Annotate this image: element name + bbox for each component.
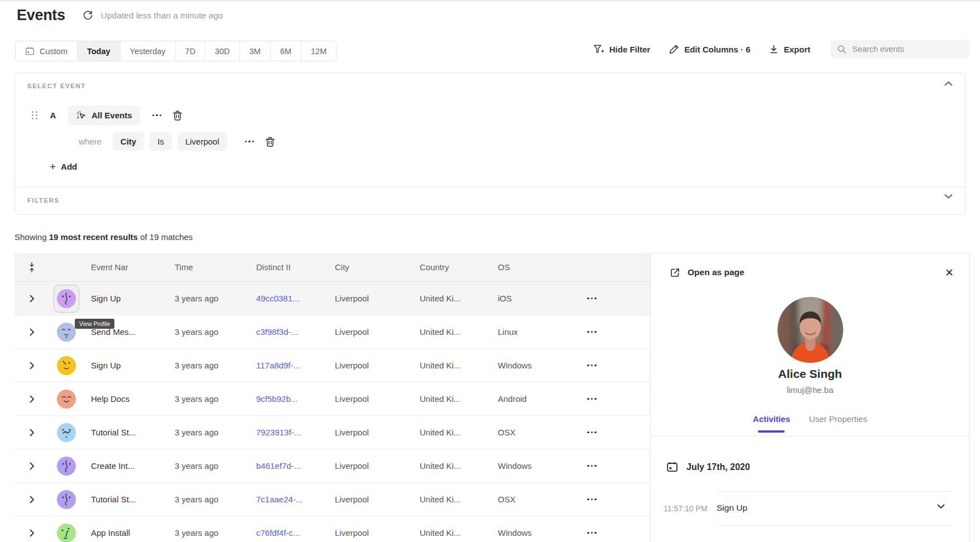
tab-today[interactable]: Today <box>77 41 120 61</box>
search-input[interactable] <box>852 45 953 54</box>
more-icon[interactable] <box>150 112 164 119</box>
add-label: Add <box>61 162 77 171</box>
chevron-down-icon[interactable] <box>944 194 953 199</box>
event-name: Create Int... <box>84 461 173 471</box>
distinct-id-link[interactable]: 49cc0381... <box>256 294 300 303</box>
distinct-id-link[interactable]: 117a8d9f-... <box>256 361 300 370</box>
more-icon[interactable] <box>585 395 599 404</box>
filters-label: FILTERS <box>27 197 60 204</box>
table-row[interactable]: Create Int... 3 years ago b461ef7d-... L… <box>15 449 650 483</box>
distinct-id-link[interactable]: c76fdf4f-c... <box>256 528 300 538</box>
avatar[interactable] <box>57 289 76 308</box>
table-row[interactable]: Sign Up 3 years ago 49cc0381... Liverpoo… <box>15 282 650 315</box>
tab-7d[interactable]: 7D <box>175 41 205 61</box>
column-header-event[interactable]: Event Nar <box>84 262 173 272</box>
export-label: Export <box>784 45 810 54</box>
country-value: United Ki... <box>418 361 496 370</box>
distinct-id-link[interactable]: c3f98f3d-... <box>256 327 298 337</box>
open-as-page-button[interactable]: Open as page <box>670 267 744 278</box>
city-value: Liverpool <box>333 394 418 404</box>
tab-3m[interactable]: 3M <box>239 41 270 61</box>
search-box[interactable] <box>830 40 970 59</box>
plus-icon: + <box>50 161 56 172</box>
distinct-id-link[interactable]: 9cf5b92b... <box>256 394 297 404</box>
chevron-right-icon[interactable] <box>30 328 35 336</box>
more-icon[interactable] <box>585 294 599 303</box>
refresh-icon <box>83 10 93 21</box>
country-value: United Ki... <box>418 528 496 538</box>
more-icon[interactable] <box>243 138 257 145</box>
edit-columns-button[interactable]: Edit Columns · 6 <box>669 44 750 54</box>
chevron-right-icon[interactable] <box>30 429 35 437</box>
tab-yesterday[interactable]: Yesterday <box>120 41 175 61</box>
os-value: Android <box>496 394 575 404</box>
os-value: Windows <box>496 361 575 370</box>
table-row[interactable]: Help Docs 3 years ago 9cf5b92b... Liverp… <box>15 382 650 416</box>
event-row-letter: A <box>48 111 58 120</box>
activity-event: Sign Up <box>717 503 747 513</box>
add-event-button[interactable]: + Add <box>50 161 77 172</box>
column-header-country[interactable]: Country <box>418 262 496 272</box>
export-button[interactable]: Export <box>769 45 810 54</box>
avatar[interactable] <box>57 356 76 375</box>
chevron-right-icon[interactable] <box>30 462 35 470</box>
table-row[interactable]: Tutorial St... 3 years ago 7c1aae24-... … <box>15 483 650 516</box>
refresh-button[interactable] <box>82 9 94 22</box>
more-icon[interactable] <box>585 529 599 538</box>
distinct-id-link[interactable]: 7c1aae24-... <box>256 495 302 504</box>
distinct-id-link[interactable]: 7923913f-... <box>256 428 301 437</box>
avatar[interactable] <box>57 490 76 509</box>
column-header-os[interactable]: OS <box>496 262 575 272</box>
chevron-down-icon[interactable] <box>937 504 945 509</box>
chevron-right-icon[interactable] <box>30 529 35 537</box>
avatar[interactable] <box>57 423 76 442</box>
more-icon[interactable] <box>585 462 599 471</box>
avatar[interactable] <box>57 524 76 542</box>
column-header-distinct-id[interactable]: Distinct II <box>254 262 333 272</box>
tab-30d[interactable]: 30D <box>205 41 239 61</box>
os-value: Linux <box>496 327 575 337</box>
tab-user-properties[interactable]: User Properties <box>809 414 867 431</box>
more-icon[interactable] <box>585 428 599 437</box>
chevron-up-icon[interactable] <box>944 81 953 87</box>
operator-chip[interactable]: Is <box>150 132 172 151</box>
results-prefix: Showing <box>15 232 49 242</box>
value-chip[interactable]: Liverpool <box>177 132 227 151</box>
table-row[interactable]: Sign Up 3 years ago 117a8d9f-... Liverpo… <box>15 349 650 382</box>
hide-filter-button[interactable]: Hide Filter <box>593 44 650 54</box>
avatar[interactable] <box>57 323 76 342</box>
sort-rows-icon[interactable] <box>15 262 49 273</box>
event-select-chip[interactable]: All Events <box>68 105 140 125</box>
column-header-city[interactable]: City <box>333 262 418 272</box>
chevron-right-icon[interactable] <box>30 362 35 370</box>
trash-icon[interactable] <box>172 110 182 121</box>
more-icon[interactable] <box>585 495 599 504</box>
toolbar: Hide Filter Edit Columns · 6 Export <box>593 37 970 61</box>
close-icon[interactable]: ✕ <box>940 264 958 281</box>
chevron-right-icon[interactable] <box>30 496 35 503</box>
column-header-time[interactable]: Time <box>173 262 254 272</box>
trash-icon[interactable] <box>265 136 275 147</box>
tab-custom[interactable]: Custom <box>16 41 77 61</box>
tab-6m[interactable]: 6M <box>270 41 301 61</box>
os-value: OSX <box>496 428 575 437</box>
table-row[interactable]: Tutorial St... 3 years ago 7923913f-... … <box>15 416 650 449</box>
city-value: Liverpool <box>333 327 418 337</box>
avatar[interactable] <box>57 390 76 409</box>
property-chip[interactable]: City <box>113 132 144 151</box>
tab-activities[interactable]: Activities <box>753 414 790 431</box>
tab-12m[interactable]: 12M <box>301 41 336 61</box>
drag-handle-icon[interactable] <box>32 111 38 119</box>
chevron-right-icon[interactable] <box>30 295 35 303</box>
table-row[interactable]: App Install 3 years ago c76fdf4f-c... Li… <box>15 516 650 542</box>
country-value: United Ki... <box>418 428 496 437</box>
results-summary: Showing 19 most recent results of 19 mat… <box>15 232 193 242</box>
more-icon[interactable] <box>585 361 599 370</box>
avatar[interactable] <box>57 457 76 476</box>
distinct-id-link[interactable]: b461ef7d-... <box>256 461 301 471</box>
activity-item[interactable]: 11:57:10 PM Sign Up <box>651 492 969 525</box>
chevron-right-icon[interactable] <box>30 395 35 403</box>
profile-photo[interactable] <box>777 297 843 363</box>
events-table: Event Nar Time Distinct II City Country … <box>15 253 650 542</box>
more-icon[interactable] <box>585 328 599 337</box>
